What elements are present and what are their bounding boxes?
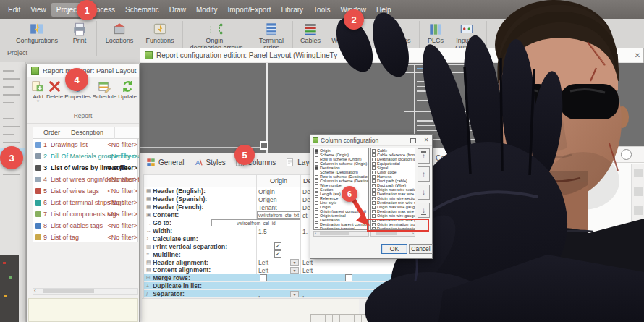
goto-input[interactable]: vwircelfrom_cel_id bbox=[211, 219, 300, 226]
menu-item-edit[interactable]: Edit bbox=[3, 3, 25, 17]
destination-value[interactable]: , bbox=[302, 291, 304, 298]
dropdown-arrow-icon[interactable]: ▼ bbox=[290, 291, 299, 297]
column-option[interactable]: Destination termination ty bbox=[371, 226, 415, 230]
checkbox[interactable] bbox=[315, 166, 318, 170]
form-row[interactable]: /Separator:,▼, bbox=[144, 290, 406, 298]
mini-tool-icon[interactable] bbox=[634, 244, 643, 253]
checkbox[interactable] bbox=[372, 171, 376, 174]
checkbox[interactable] bbox=[315, 197, 318, 200]
ribbon-button-configurations[interactable]: Configurations bbox=[9, 20, 65, 45]
mini-tool-icon[interactable] bbox=[634, 187, 643, 196]
checkbox[interactable] bbox=[372, 162, 376, 166]
table-row[interactable]: 9List of tag<No filter> bbox=[33, 232, 139, 243]
dialog-close-icon[interactable]: ✕ bbox=[421, 136, 431, 145]
available-columns-list[interactable]: OriginScheme (Origin)Row in scheme (Orig… bbox=[313, 148, 369, 230]
origin-value[interactable]: , bbox=[258, 291, 260, 298]
dropdown-arrow-icon[interactable]: ▼ bbox=[290, 259, 299, 266]
checkbox[interactable] bbox=[315, 171, 318, 174]
tree-item[interactable] bbox=[3, 102, 14, 103]
ribbon-button-harnesses[interactable]: Harnesses bbox=[373, 20, 417, 45]
mini-tool-icon[interactable] bbox=[634, 263, 643, 271]
dialog-scrollbar-left[interactable]: ‹ bbox=[313, 231, 369, 237]
table-row[interactable]: 5List of wires tags<No filter> bbox=[33, 185, 139, 197]
checkbox[interactable] bbox=[315, 210, 318, 213]
table-row[interactable]: 2Bill Of Materials grouped by manuf...<N… bbox=[33, 151, 139, 162]
row-filter[interactable]: <No filter> bbox=[107, 222, 137, 229]
tab-general[interactable]: General bbox=[146, 158, 185, 167]
form-row[interactable]: ▤Content alignment:Left▼Left bbox=[144, 266, 406, 274]
table-row[interactable]: 1Drawings list<No filter> bbox=[33, 139, 139, 151]
checkbox[interactable] bbox=[315, 158, 318, 161]
destination-value[interactable]: 1. bbox=[302, 228, 308, 235]
tree-item[interactable] bbox=[3, 118, 14, 119]
table-row[interactable]: 8List of cables tags<No filter> bbox=[33, 220, 139, 232]
cancel-button[interactable]: Cancel bbox=[409, 244, 433, 254]
table-row[interactable]: 7List of components tags<No filter> bbox=[33, 208, 139, 220]
mini-tool-icon[interactable] bbox=[634, 281, 643, 290]
tree-item[interactable] bbox=[3, 70, 14, 72]
menu-item-tools[interactable]: Tools bbox=[308, 3, 335, 17]
row-filter[interactable]: <No filter> bbox=[107, 234, 137, 241]
checkbox[interactable] bbox=[372, 175, 376, 179]
checkbox[interactable] bbox=[372, 179, 376, 183]
menu-item-help[interactable]: Help bbox=[371, 3, 397, 17]
checkbox[interactable] bbox=[315, 192, 318, 196]
checkbox[interactable] bbox=[372, 201, 376, 205]
maximize-icon[interactable] bbox=[612, 54, 618, 59]
content-input[interactable]: vwirctefrom_cte_txt bbox=[257, 211, 300, 219]
tree-item[interactable] bbox=[3, 142, 20, 143]
ribbon-button-print[interactable]: Print bbox=[65, 20, 94, 45]
origin-value[interactable]: Left bbox=[258, 267, 268, 274]
origin-value[interactable]: Left bbox=[258, 259, 268, 266]
ok-button[interactable]: OK bbox=[381, 244, 407, 254]
document-icon[interactable] bbox=[590, 149, 600, 160]
checkbox[interactable] bbox=[315, 149, 318, 153]
checkbox[interactable] bbox=[274, 242, 281, 250]
checkbox[interactable] bbox=[260, 274, 267, 281]
checkbox[interactable] bbox=[274, 250, 281, 258]
checkbox[interactable] bbox=[315, 227, 318, 231]
rm-horizontal-scrollbar[interactable]: ‹ bbox=[33, 288, 138, 295]
menu-item-library[interactable]: Library bbox=[276, 3, 309, 17]
destination-value[interactable]: Left bbox=[302, 267, 313, 274]
origin-value[interactable]: Origin bbox=[258, 188, 275, 195]
checkbox[interactable] bbox=[315, 175, 318, 179]
checkbox[interactable] bbox=[372, 227, 376, 231]
row-filter[interactable]: <No filter> bbox=[107, 153, 137, 160]
menu-item-schematic[interactable]: Schematic bbox=[120, 3, 164, 17]
checkbox[interactable] bbox=[345, 274, 352, 281]
tree-item[interactable] bbox=[3, 174, 20, 175]
checkbox[interactable] bbox=[315, 188, 318, 192]
pan-icon[interactable] bbox=[621, 149, 632, 160]
checkbox[interactable] bbox=[372, 219, 376, 222]
available-columns-list-2[interactable]: CableCable reference (from unDestination… bbox=[370, 148, 415, 230]
row-filter[interactable]: <No filter> bbox=[107, 187, 137, 195]
checkbox[interactable] bbox=[315, 214, 318, 218]
checkbox[interactable] bbox=[372, 192, 376, 196]
row-filter[interactable]: <No filter> bbox=[107, 176, 137, 183]
checkbox[interactable] bbox=[372, 223, 376, 226]
menu-item-draw[interactable]: Draw bbox=[164, 3, 191, 17]
checkbox[interactable] bbox=[372, 197, 376, 200]
checkbox[interactable] bbox=[315, 201, 318, 205]
move-up-button[interactable]: ↑ bbox=[418, 166, 430, 182]
page-icon[interactable] bbox=[606, 149, 615, 160]
ribbon-button-plcs[interactable]: PLCs bbox=[422, 20, 449, 45]
row-filter[interactable]: <No filter> bbox=[105, 164, 137, 171]
tree-item[interactable] bbox=[3, 94, 20, 96]
mini-tool-icon[interactable] bbox=[634, 206, 643, 215]
checkbox[interactable] bbox=[372, 149, 376, 153]
table-row[interactable]: 3List of wires by line style<No filter> bbox=[33, 162, 139, 174]
origin-value[interactable]: Origen bbox=[258, 196, 277, 203]
origin-value[interactable]: Tenant bbox=[258, 204, 277, 211]
menu-item-modify[interactable]: Modify bbox=[191, 3, 222, 17]
mini-tool-icon[interactable] bbox=[634, 225, 643, 234]
destination-value[interactable]: Left bbox=[302, 259, 313, 266]
mini-tool-icon[interactable] bbox=[634, 300, 643, 309]
table-row[interactable]: 6List of terminal strips tags<No filter> bbox=[33, 197, 139, 208]
mini-tool-icon[interactable] bbox=[634, 169, 643, 177]
checkbox[interactable] bbox=[372, 153, 376, 157]
menu-item-view[interactable]: View bbox=[25, 3, 51, 17]
tree-item[interactable] bbox=[3, 86, 14, 88]
tree-item[interactable] bbox=[3, 134, 14, 135]
